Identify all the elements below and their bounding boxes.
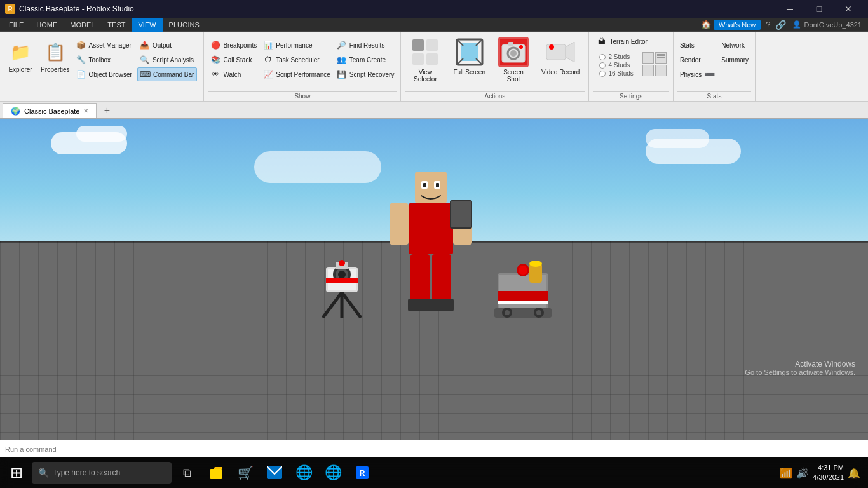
left-camera [316,235,367,318]
whats-new-button[interactable]: What's New [714,20,761,30]
studs-2-option[interactable]: 2 Studs [599,53,633,60]
classic-baseplate-tab[interactable]: 🌍 Classic Baseplate ✕ [3,103,97,118]
chrome2-taskbar-button[interactable]: 🌐 [319,459,347,487]
svg-rect-32 [423,183,426,187]
menu-home[interactable]: HOME [30,18,64,32]
performance-button[interactable]: 📊 Performance [261,38,333,52]
screenshot-label: ScreenShot [503,69,524,83]
svg-point-17 [549,44,554,50]
studs-4-label: 4 Studs [608,62,630,69]
call-stack-button[interactable]: 📚 Call Stack [208,53,259,67]
start-button[interactable]: ⊞ [3,459,31,487]
search-input[interactable] [53,468,165,477]
user-button[interactable]: 👤 DontGiveUp_4321 [789,20,865,29]
physics-button[interactable]: Physics ➖ [677,67,717,81]
toolbox-button[interactable]: 🔧 Toolbox [74,53,135,67]
close-button[interactable]: ✕ [834,0,863,18]
studs-4-option[interactable]: 4 Studs [599,62,633,69]
chrome-taskbar-button[interactable]: 🌐 [290,459,318,487]
help-button[interactable]: ? [763,20,773,29]
asset-manager-button[interactable]: 📦 Asset Manager [74,38,135,52]
menu-model[interactable]: MODEL [64,18,101,32]
grid-icons [642,51,667,79]
title-text: Classic Baseplate - Roblox Studio [19,4,134,13]
script-recovery-icon: 💾 [337,69,347,79]
menu-test[interactable]: TEST [101,18,132,32]
mail-taskbar-button[interactable] [261,459,288,487]
grid-cell-3 [642,65,654,76]
svg-rect-35 [390,203,409,245]
video-record-button[interactable]: Video Record [536,34,585,78]
notification-icon[interactable]: 🔔 [848,467,860,479]
find-results-button[interactable]: 🔎 Find Results [334,38,397,52]
output-button[interactable]: 📤 Output [137,38,197,52]
maximize-button[interactable]: □ [804,0,834,18]
command-input[interactable] [0,445,868,453]
object-browser-button[interactable]: 📄 Object Browser [74,67,135,81]
script-analysis-button[interactable]: 🔍 Script Analysis [137,53,197,67]
ribbon-stats-group: Stats Render Physics ➖ Network Summary [674,32,756,101]
new-tab-button[interactable]: + [99,103,114,118]
svg-rect-42 [430,299,454,311]
ribbon-debug-group: 🔴 Breakpoints 📚 Call Stack 👁 Watch 📊 Per… [204,32,401,101]
minimize-button[interactable]: ─ [775,0,804,18]
screenshot-svg [501,39,526,65]
svg-rect-39 [410,254,430,305]
view-selector-button[interactable]: ViewSelector [405,34,445,85]
command-bar-button[interactable]: ⌨ Command Bar [137,67,197,81]
clock[interactable]: 4:31 PM 4/30/2021 [813,463,844,483]
settings-label: Settings [593,91,668,101]
svg-rect-56 [210,469,222,479]
screenshot-button[interactable]: ScreenShot [493,34,534,85]
tab-close-button[interactable]: ✕ [83,107,88,114]
svg-rect-38 [451,201,471,227]
clock-time: 4:31 PM [813,463,844,473]
roblox-taskbar-button[interactable]: R [348,459,376,487]
search-box[interactable]: 🔍 [32,462,172,484]
svg-rect-48 [498,301,548,304]
stats-button[interactable]: Stats [677,38,717,52]
menu-file[interactable]: FILE [3,18,30,32]
breakpoints-label: Breakpoints [223,42,257,49]
explorer-taskbar-button[interactable] [202,459,230,487]
menu-plugins[interactable]: PLUGINS [163,18,206,32]
cloud-4 [646,129,709,148]
search-icon: 🔍 [38,468,49,478]
script-recovery-button[interactable]: 💾 Script Recovery [334,67,397,81]
full-screen-icon-wrap [454,37,485,67]
share-icon: 🔗 [775,20,786,30]
network-sys-icon[interactable]: 📶 [780,467,792,479]
team-create-button[interactable]: 👥 Team Create [334,53,397,67]
cloud-2 [76,126,127,142]
grid-line [657,57,665,58]
task-scheduler-button[interactable]: ⏱ Task Scheduler [261,53,333,67]
viewport-background: Activate Windows Go to Settings to activ… [0,119,868,440]
menu-view[interactable]: VIEW [132,18,162,32]
properties-button[interactable]: 📋 Properties [37,37,74,76]
explorer-button[interactable]: 📁 Explorer [4,37,37,76]
render-button[interactable]: Render [677,53,717,67]
svg-marker-16 [566,42,574,62]
stats-col-1: Stats Render Physics ➖ [677,34,717,81]
task-view-button[interactable]: ⧉ [173,459,201,487]
full-screen-button[interactable]: Full Screen [448,34,491,78]
home-icon: 🏠 [701,20,711,29]
output-icon: 📤 [140,40,150,50]
video-record-icon [545,37,576,67]
svg-rect-28 [326,278,358,283]
watch-button[interactable]: 👁 Watch [208,67,259,81]
menu-bar-right: 🏠 What's New ? 🔗 👤 DontGiveUp_4321 [701,20,865,30]
script-performance-button[interactable]: 📈 Script Performance [261,67,333,81]
network-button[interactable]: Network [719,38,751,52]
taskbar: ⊞ 🔍 ⧉ 🛒 🌐 🌐 R 📶 🔊 [0,458,868,488]
terrain-editor-button[interactable]: 🏔 Terrain Editor [593,34,651,48]
studs-16-option[interactable]: 16 Studs [599,70,633,77]
full-screen-icon [454,37,485,67]
summary-button[interactable]: Summary [719,53,751,67]
volume-sys-icon[interactable]: 🔊 [796,467,809,479]
breakpoints-button[interactable]: 🔴 Breakpoints [208,38,259,52]
toolbox-icon: 🔧 [76,55,86,65]
svg-line-18 [323,292,342,318]
ribbon-actions-group: ViewSelector Full Screen [401,32,589,101]
store-taskbar-button[interactable]: 🛒 [231,459,259,487]
